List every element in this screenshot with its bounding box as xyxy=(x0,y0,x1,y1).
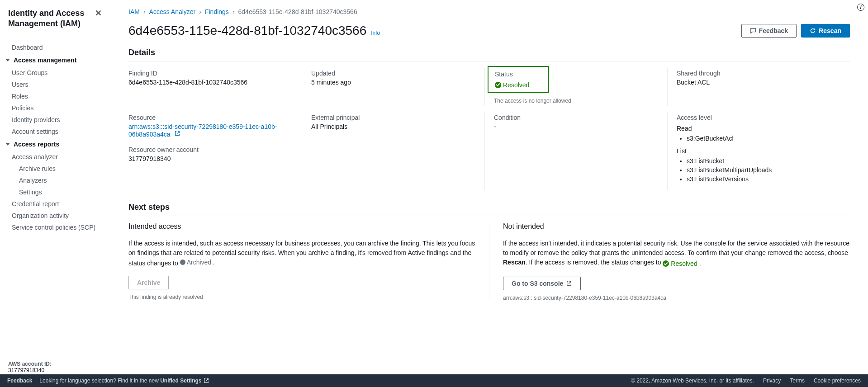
intended-access-heading: Intended access xyxy=(128,222,475,231)
main-content: IAM › Access Analyzer › Findings › 6d4e6… xyxy=(111,0,868,387)
s3-arn-text: arn:aws:s3:::sid-security-72298180-e359-… xyxy=(503,295,850,301)
unified-settings-link[interactable]: Unified Settings xyxy=(160,378,209,384)
info-link[interactable]: Info xyxy=(371,30,380,36)
resource-label: Resource xyxy=(128,114,293,121)
nav-group-access-mgmt[interactable]: Access management xyxy=(0,53,111,67)
info-panel-toggle[interactable]: i xyxy=(857,4,864,11)
chevron-right-icon: › xyxy=(232,8,235,15)
nav-analyzers[interactable]: Analyzers xyxy=(7,175,111,186)
nav-access-analyzer[interactable]: Access analyzer xyxy=(0,151,111,163)
nav-account-settings[interactable]: Account settings xyxy=(0,126,111,137)
refresh-icon xyxy=(810,28,816,34)
access-list-label: List xyxy=(677,147,841,155)
check-circle-icon xyxy=(495,82,501,88)
nav-org-activity[interactable]: Organization activity xyxy=(0,210,111,222)
crumb-findings[interactable]: Findings xyxy=(205,8,229,15)
nav-identity-providers[interactable]: Identity providers xyxy=(0,114,111,126)
crumb-access-analyzer[interactable]: Access Analyzer xyxy=(149,8,196,15)
list-item: s3:ListBucketMultipartUploads xyxy=(687,165,841,175)
next-steps-heading: Next steps xyxy=(128,199,850,216)
nav-scp[interactable]: Service control policies (SCP) xyxy=(0,222,111,233)
nav-policies[interactable]: Policies xyxy=(0,102,111,114)
comment-icon xyxy=(750,28,756,34)
close-icon[interactable]: ✕ xyxy=(95,8,102,18)
go-to-s3-button[interactable]: Go to S3 console xyxy=(503,277,581,290)
nav-user-groups[interactable]: User Groups xyxy=(0,67,111,79)
footer-privacy[interactable]: Privacy xyxy=(763,378,781,384)
nav-dashboard[interactable]: Dashboard xyxy=(0,42,111,53)
external-link-icon xyxy=(203,378,209,384)
condition-value: - xyxy=(494,123,658,130)
footer-copyright: © 2022, Amazon Web Services, Inc. or its… xyxy=(631,378,754,384)
breadcrumb: IAM › Access Analyzer › Findings › 6d4e6… xyxy=(128,8,850,15)
nav-credential-report[interactable]: Credential report xyxy=(0,198,111,210)
finding-id-value: 6d4e6553-115e-428d-81bf-1032740c3566 xyxy=(128,79,293,86)
shared-through-label: Shared through xyxy=(677,70,841,77)
condition-label: Condition xyxy=(494,114,658,121)
external-link-icon xyxy=(566,280,572,287)
status-highlight-box: Status Resolved xyxy=(488,66,549,93)
shared-through-value: Bucket ACL xyxy=(677,79,841,86)
intended-body: If the access is intended, such as acces… xyxy=(128,239,475,268)
archive-note: This finding is already resolved xyxy=(128,294,475,300)
access-read-list: s3:GetBucketAcl xyxy=(677,134,841,143)
chevron-right-icon: › xyxy=(199,8,201,15)
sidebar-title: Identity and Access Management (IAM) xyxy=(8,8,95,29)
owner-value: 317797918340 xyxy=(128,155,293,162)
list-item: s3:ListBucketVersions xyxy=(687,175,841,184)
not-intended-heading: Not intended xyxy=(503,222,850,231)
owner-label: Resource owner account xyxy=(128,146,293,153)
page-title: 6d4e6553-115e-428d-81bf-1032740c3566 Inf… xyxy=(128,24,380,38)
rescan-button[interactable]: Rescan xyxy=(801,24,850,38)
nav-users[interactable]: Users xyxy=(0,79,111,90)
ext-principal-label: External principal xyxy=(311,114,475,121)
access-level-label: Access level xyxy=(677,114,841,121)
archive-button: Archive xyxy=(128,276,169,289)
feedback-button[interactable]: Feedback xyxy=(741,24,797,38)
details-heading: Details xyxy=(128,44,850,61)
updated-label: Updated xyxy=(311,70,475,77)
access-read-label: Read xyxy=(677,125,841,132)
chevron-right-icon: › xyxy=(143,8,146,15)
status-value: Resolved xyxy=(495,81,529,89)
caret-down-icon xyxy=(5,59,10,61)
archived-icon xyxy=(180,260,185,265)
not-intended-body: If the access isn't intended, it indicat… xyxy=(503,239,850,269)
divider xyxy=(8,239,103,239)
nav-archive-rules[interactable]: Archive rules xyxy=(7,163,111,175)
updated-value: 5 minutes ago xyxy=(311,79,475,86)
check-circle-icon xyxy=(663,260,669,267)
footer-lang-text: Looking for language selection? Find it … xyxy=(39,378,209,384)
crumb-iam[interactable]: IAM xyxy=(128,8,140,15)
footer-cookie[interactable]: Cookie preferences xyxy=(814,378,861,384)
ext-principal-value: All Principals xyxy=(311,123,475,130)
status-label: Status xyxy=(495,71,529,78)
archived-pill: Archived. xyxy=(180,258,214,267)
nav-group-access-reports[interactable]: Access reports xyxy=(0,137,111,151)
sidebar: Identity and Access Management (IAM) ✕ D… xyxy=(0,0,111,387)
resolved-pill: Resolved. xyxy=(663,259,701,269)
footer-terms[interactable]: Terms xyxy=(790,378,805,384)
footer: Feedback Looking for language selection?… xyxy=(0,374,868,387)
footer-feedback[interactable]: Feedback xyxy=(7,378,32,384)
list-item: s3:ListBucket xyxy=(687,156,841,165)
nav-roles[interactable]: Roles xyxy=(0,90,111,102)
sidebar-nav: Dashboard Access management User Groups … xyxy=(0,35,111,354)
caret-down-icon xyxy=(5,143,10,146)
external-link-icon xyxy=(174,130,180,138)
access-list-list: s3:ListBucket s3:ListBucketMultipartUplo… xyxy=(677,156,841,184)
crumb-current: 6d4e6553-115e-428d-81bf-1032740c3566 xyxy=(238,8,357,15)
list-item: s3:GetBucketAcl xyxy=(687,134,841,143)
resource-link[interactable]: arn:aws:s3:::sid-security-72298180-e359-… xyxy=(128,123,277,138)
finding-id-label: Finding ID xyxy=(128,70,293,77)
nav-settings[interactable]: Settings xyxy=(7,186,111,198)
account-id-value: 317797918340 xyxy=(8,367,103,373)
info-icon: i xyxy=(857,4,864,11)
status-help-text: The access is no longer allowed xyxy=(494,98,658,104)
